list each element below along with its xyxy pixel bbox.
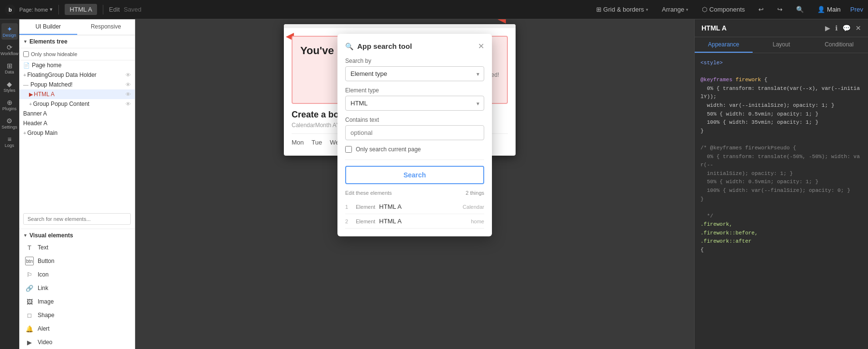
ve-item-image[interactable]: 🖼 Image	[19, 295, 135, 308]
sidebar-item-settings[interactable]: ⚙ Settings	[1, 115, 18, 131]
redo-icon: ↪	[777, 6, 783, 13]
tab-ui-builder[interactable]: UI Builder	[19, 19, 77, 35]
contains-text-label: Contains text	[345, 116, 484, 123]
ve-item-shape[interactable]: □ Shape	[19, 308, 135, 322]
design-label: Design	[2, 33, 16, 38]
search-btn[interactable]: 🔍	[792, 4, 808, 15]
tab-layout[interactable]: Layout	[753, 37, 811, 53]
page-icon: 📄	[23, 62, 30, 69]
search-by-label: Search by	[345, 58, 484, 64]
ve-item-icon[interactable]: ⚐ Icon	[19, 268, 135, 281]
grid-chevron: ▾	[646, 7, 648, 12]
code-line: }	[700, 127, 862, 136]
element-type-select[interactable]: HTML	[345, 96, 484, 111]
app-search-modal: 🔍 App search tool ✕ Search by Element ty…	[337, 34, 492, 236]
ve-item-text[interactable]: T Text	[19, 241, 135, 254]
tree-item-popup-matched[interactable]: — Popup Matched! 👁	[19, 80, 135, 89]
right-panel-icons: ▶ ℹ 💬 ✕	[825, 24, 861, 32]
page-selector[interactable]: Page: home ▾	[19, 6, 53, 13]
eye-icon: 👁	[126, 82, 131, 87]
tab-conditional[interactable]: Conditional	[810, 37, 868, 53]
ve-item-alert[interactable]: 🔔 Alert	[19, 322, 135, 335]
modal-results-header: Edit these elements 2 things	[345, 190, 484, 196]
result-type: Element	[356, 218, 375, 224]
tree-item-banner-a[interactable]: Banner A	[19, 109, 135, 118]
ve-label: Icon	[38, 271, 49, 278]
results-label: Edit these elements	[345, 190, 463, 196]
tree-expand-icon: ▼	[23, 39, 28, 44]
image-icon: 🖼	[25, 297, 34, 306]
components-icon: ⬡	[702, 6, 707, 13]
contains-text-input[interactable]	[345, 125, 484, 140]
tree-item-header-a[interactable]: Header A	[19, 118, 135, 128]
sidebar-item-logs[interactable]: ≡ Logs	[1, 133, 18, 150]
grid-borders-btn[interactable]: ⊞ Grid & borders ▾	[592, 4, 653, 15]
search-new-input[interactable]	[23, 213, 131, 225]
code-line: {	[700, 246, 862, 255]
sidebar-item-workflow[interactable]: ⟳ Workflow	[1, 42, 18, 58]
result-page: home	[471, 218, 484, 224]
code-line: 50% { width: 0.5vmin; opacity: 1; }	[700, 178, 862, 187]
page-chevron: ▾	[50, 6, 53, 13]
components-btn[interactable]: ⬡ Components	[698, 4, 749, 15]
sidebar-item-design[interactable]: ✦ Design	[1, 23, 18, 40]
eye-icon: 👁	[126, 91, 131, 97]
tree-item-label: Header A	[23, 120, 47, 127]
show-hideable-label[interactable]: Only show hideable	[23, 51, 77, 57]
icon-icon: ⚐	[25, 270, 34, 279]
arrange-chevron: ▾	[686, 7, 688, 12]
tab-appearance[interactable]: Appearance	[695, 37, 753, 53]
rp-close-icon[interactable]: ✕	[855, 24, 861, 32]
undo-btn[interactable]: ↩	[755, 4, 768, 15]
tree-item-group-popup-content[interactable]: + Group Popup Content 👁	[19, 99, 135, 109]
tree-item-page-home[interactable]: 📄 Page home	[19, 60, 135, 70]
result-num: 2	[345, 218, 352, 224]
code-line: 100% { width: var(--finalSize); opacity:…	[700, 187, 862, 195]
sidebar-item-plugins[interactable]: ⊕ Plugins	[1, 97, 18, 113]
visual-elements-list: T Text btn Button ⚐ Icon 🔗 Link 🖼 Image …	[19, 241, 135, 349]
preview-btn[interactable]: Prev	[850, 6, 863, 13]
modal-close-button[interactable]: ✕	[478, 42, 484, 51]
ve-label: Shape	[38, 312, 55, 319]
search-by-select[interactable]: Element type	[345, 66, 484, 81]
tree-item-label: Group Main	[27, 130, 57, 136]
ve-item-link[interactable]: 🔗 Link	[19, 281, 135, 295]
search-by-field: Search by Element type ▼	[345, 58, 484, 81]
ve-item-video[interactable]: ▶ Video	[19, 335, 135, 349]
sidebar-item-data[interactable]: ⊞ Data	[1, 60, 18, 76]
design-icon: ✦	[7, 26, 13, 32]
undo-icon: ↩	[758, 6, 764, 13]
modal-result-2[interactable]: 2 Element HTML A home	[345, 214, 484, 229]
panel-tabs: UI Builder Responsive	[19, 19, 135, 35]
tree-item-floating-group[interactable]: + FloatingGroup Data Holder 👁	[19, 70, 135, 80]
search-button[interactable]: Search	[345, 166, 484, 184]
sidebar-item-styles[interactable]: ◆ Styles	[1, 78, 18, 95]
logo: b	[5, 4, 15, 15]
contains-text-field: Contains text	[345, 116, 484, 140]
tree-item-label: Banner A	[23, 110, 47, 117]
eye-icon: 👁	[126, 72, 131, 78]
ve-label: Link	[38, 285, 48, 291]
code-line: 0% { transform: translate(var(--x), var(…	[700, 85, 862, 102]
arrange-btn[interactable]: Arrange ▾	[658, 4, 692, 15]
rp-chat-icon[interactable]: 💬	[842, 24, 851, 32]
redo-btn[interactable]: ↪	[773, 4, 786, 15]
show-hideable-checkbox[interactable]	[23, 51, 29, 57]
result-name: HTML A	[379, 203, 459, 210]
profile-btn[interactable]: 👤 Main	[813, 4, 844, 15]
only-current-page-checkbox[interactable]	[345, 146, 352, 153]
search-icon: 🔍	[796, 6, 804, 13]
rp-info-icon[interactable]: ℹ	[835, 24, 838, 32]
dash-icon: —	[23, 82, 28, 87]
modal-result-1[interactable]: 1 Element HTML A Calendar	[345, 200, 484, 214]
rp-play-icon[interactable]: ▶	[825, 24, 830, 32]
tree-item-group-main[interactable]: + Group Main	[19, 128, 135, 138]
ve-item-button[interactable]: btn Button	[19, 254, 135, 268]
button-icon: btn	[25, 257, 34, 265]
workflow-icon: ⟳	[7, 44, 13, 51]
html-a-tab[interactable]: HTML A	[65, 4, 97, 15]
search-new-elements-section	[19, 209, 135, 229]
right-panel-code: <style> @keyframes firework { 0% { trans…	[695, 53, 868, 349]
tab-responsive[interactable]: Responsive	[77, 19, 135, 35]
tree-item-html-a[interactable]: ▶ HTML A 👁	[19, 89, 135, 99]
